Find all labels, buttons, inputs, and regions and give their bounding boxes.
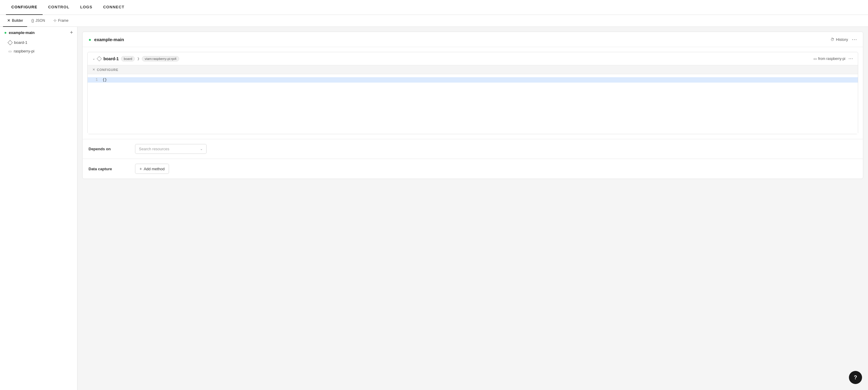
component-more-button[interactable]: ⋯ (848, 56, 853, 61)
card-title-group: ● example-main (89, 37, 124, 42)
component-diamond-icon (97, 56, 102, 61)
card-header-actions: ⏱ History ⋯ (831, 36, 857, 42)
card-wifi-icon: ● (89, 37, 91, 42)
builder-icon: ✕ (7, 18, 10, 23)
tab-frame[interactable]: ⊹ Frame (49, 15, 73, 27)
card-title: example-main (94, 37, 124, 42)
sidebar-item-label: raspberry-pi (14, 49, 34, 53)
history-button[interactable]: ⏱ History (831, 37, 848, 42)
depends-on-search[interactable]: Search resources ⌄ (135, 144, 207, 154)
help-button[interactable]: ? (849, 371, 862, 384)
add-method-label: Add method (144, 167, 164, 171)
nav-logs[interactable]: LOGS (75, 0, 98, 15)
data-capture-label: Data capture (89, 167, 130, 171)
sidebar: ● example-main + board-1 ▭ raspberry-pi (0, 27, 78, 390)
tag-arrow-icon: ❯ (137, 57, 140, 60)
sidebar-item-raspberrypi[interactable]: ▭ raspberry-pi (0, 47, 77, 56)
card-header: ● example-main ⏱ History ⋯ (83, 32, 863, 47)
line-number-1: 1 (88, 78, 102, 82)
component-tag-board: board (121, 56, 135, 61)
from-file-icon: ▭ (813, 57, 817, 61)
chevron-down-icon[interactable]: ⌄ (92, 57, 95, 61)
tab-json[interactable]: {} JSON (27, 15, 49, 27)
component-name: board-1 (103, 56, 119, 61)
sidebar-header: ● example-main + (0, 27, 77, 38)
frame-icon: ⊹ (53, 18, 57, 23)
nav-control[interactable]: CONTROL (42, 0, 75, 15)
configure-label-row: ✕ CONFIGURE (88, 65, 858, 74)
tab-builder[interactable]: ✕ Builder (3, 15, 27, 27)
sidebar-item-label: board-1 (14, 40, 27, 45)
content-area: ● example-main ⏱ History ⋯ ⌄ (78, 27, 868, 390)
component-header-left: ⌄ board-1 board ❯ viam:raspberry-pi:rpi4 (92, 56, 179, 61)
code-line-1: 1 {} (88, 77, 858, 83)
component-header: ⌄ board-1 board ❯ viam:raspberry-pi:rpi4… (88, 52, 858, 65)
search-chevron-icon: ⌄ (200, 147, 203, 151)
code-editor[interactable]: 1 {} (88, 74, 858, 134)
add-method-button[interactable]: + Add method (135, 164, 169, 174)
sidebar-machine-group: ● example-main (4, 30, 35, 35)
sub-nav: ✕ Builder {} JSON ⊹ Frame (0, 15, 868, 27)
configure-section-label: CONFIGURE (97, 68, 118, 71)
search-placeholder: Search resources (139, 147, 169, 151)
from-label: ▭ from raspberry-pi (813, 57, 845, 61)
wifi-icon: ● (4, 30, 6, 35)
diamond-icon (8, 40, 13, 45)
main-card: ● example-main ⏱ History ⋯ ⌄ (82, 32, 863, 179)
json-icon: {} (31, 18, 34, 23)
top-nav: CONFIGURE CONTROL LOGS CONNECT (0, 0, 868, 15)
plus-icon: + (140, 167, 142, 171)
from-text: from raspberry-pi (818, 57, 845, 61)
more-options-button[interactable]: ⋯ (851, 36, 857, 42)
component-card: ⌄ board-1 board ❯ viam:raspberry-pi:rpi4… (87, 52, 858, 134)
sidebar-machine-name: example-main (9, 30, 35, 35)
help-icon: ? (854, 374, 857, 381)
main-layout: ● example-main + board-1 ▭ raspberry-pi … (0, 27, 868, 390)
history-clock-icon: ⏱ (831, 37, 834, 42)
component-tag-model: viam:raspberry-pi:rpi4 (142, 56, 179, 61)
nav-connect[interactable]: CONNECT (98, 0, 130, 15)
depends-on-section: Depends on Search resources ⌄ (83, 139, 863, 159)
collapse-icon[interactable]: ✕ (92, 68, 95, 71)
data-capture-section: Data capture + Add method (83, 159, 863, 179)
sidebar-item-board1[interactable]: board-1 (0, 38, 77, 47)
sidebar-add-button[interactable]: + (70, 30, 73, 35)
nav-configure[interactable]: CONFIGURE (6, 0, 42, 15)
file-icon: ▭ (8, 49, 11, 53)
depends-on-label: Depends on (89, 147, 130, 151)
line-content-1: {} (102, 78, 858, 82)
component-header-right: ▭ from raspberry-pi ⋯ (813, 56, 853, 61)
